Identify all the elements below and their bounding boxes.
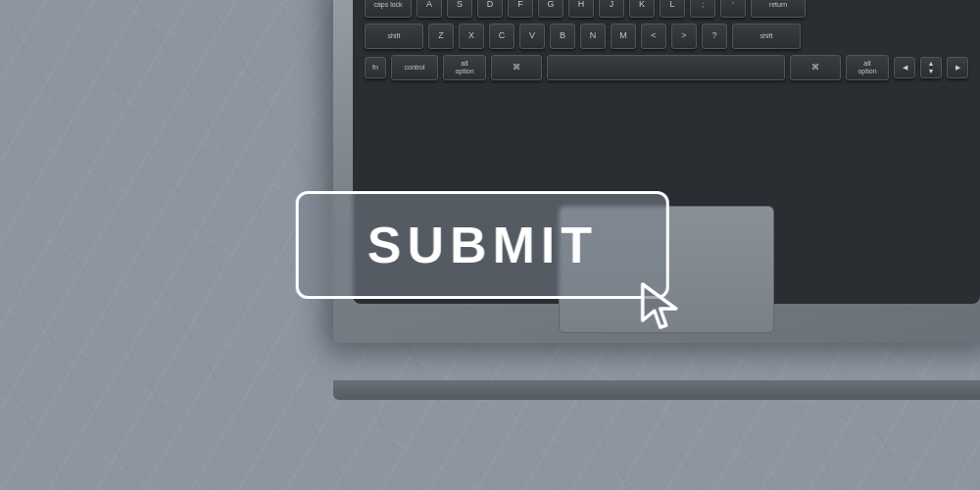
key-alt-right[interactable]: altoption [846, 55, 889, 80]
key-m[interactable]: M [611, 24, 636, 49]
key-control[interactable]: control [391, 55, 438, 80]
laptop-bottom-bar [333, 380, 980, 400]
key-arrow-right[interactable]: ▶ [947, 57, 968, 78]
key-capslock[interactable]: caps lock [365, 0, 412, 18]
key-h[interactable]: H [568, 0, 594, 18]
key-shift-left[interactable]: shift [365, 24, 423, 49]
key-cmd-right[interactable]: ⌘ [790, 55, 841, 80]
cursor-click-icon [635, 276, 694, 335]
key-l[interactable]: L [660, 0, 685, 18]
key-semicolon[interactable]: ; [690, 0, 715, 18]
key-cmd-left[interactable]: ⌘ [491, 55, 542, 80]
key-arrow-left[interactable]: ◀ [894, 57, 915, 78]
key-alt-left[interactable]: altoption [443, 55, 486, 80]
key-period[interactable]: > [671, 24, 697, 49]
keyboard-row-1: caps lock A S D F G H J K L ; ' return [365, 0, 968, 18]
submit-label: SUBMIT [368, 217, 598, 273]
key-d[interactable]: D [477, 0, 503, 18]
key-x[interactable]: X [459, 24, 484, 49]
key-space[interactable] [547, 55, 785, 80]
key-g[interactable]: G [538, 0, 564, 18]
key-slash[interactable]: ? [702, 24, 727, 49]
key-quote[interactable]: ' [720, 0, 746, 18]
key-c[interactable]: C [489, 24, 514, 49]
key-a[interactable]: A [416, 0, 442, 18]
key-j[interactable]: J [599, 0, 624, 18]
key-f[interactable]: F [508, 0, 533, 18]
svg-marker-0 [643, 284, 676, 327]
key-n[interactable]: N [580, 24, 606, 49]
key-v[interactable]: V [519, 24, 545, 49]
keyboard-row-2: shift Z X C V B N M < > ? shift [365, 24, 968, 49]
key-k[interactable]: K [629, 0, 655, 18]
key-z[interactable]: Z [428, 24, 454, 49]
scene: caps lock A S D F G H J K L ; ' return s… [0, 0, 980, 490]
submit-overlay: SUBMIT [296, 191, 669, 299]
key-fn[interactable]: fn [365, 57, 386, 78]
key-arrow-updown[interactable]: ▲▼ [920, 57, 942, 78]
submit-button-box[interactable]: SUBMIT [296, 191, 669, 299]
key-comma[interactable]: < [641, 24, 666, 49]
key-return[interactable]: return [751, 0, 806, 18]
key-shift-right[interactable]: shift [732, 24, 801, 49]
key-s[interactable]: S [447, 0, 472, 18]
keyboard-row-3: fn control altoption ⌘ ⌘ altoption ◀ ▲▼ … [365, 55, 968, 80]
key-b[interactable]: B [550, 24, 575, 49]
